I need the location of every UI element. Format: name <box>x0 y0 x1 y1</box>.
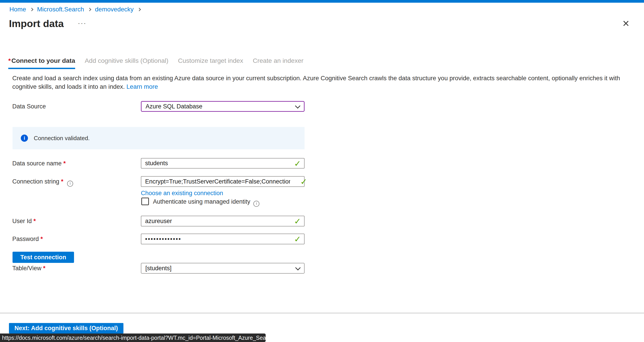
tab-label: Create an indexer <box>253 57 304 64</box>
data-source-label: Data Source <box>12 101 46 112</box>
breadcrumb: Home Microsoft.Search demovedecky <box>10 6 145 13</box>
tab-label: Connect to your data <box>12 57 75 64</box>
connection-string-field: ✓ <box>141 176 304 187</box>
connection-string-input[interactable] <box>141 176 304 187</box>
label-text: Password <box>12 236 39 242</box>
choose-existing-connection-link[interactable]: Choose an existing connection <box>141 190 223 197</box>
required-asterisk: * <box>43 265 46 272</box>
label-text: Authenticate using managed identity <box>153 198 250 205</box>
password-field: ✓ <box>141 234 304 244</box>
data-source-selected-value: Azure SQL Database <box>146 103 202 110</box>
connection-string-label: Connection string *i <box>12 176 73 187</box>
tab-label: Customize target index <box>178 57 243 64</box>
data-source-name-input[interactable] <box>141 158 304 168</box>
wizard-tabs: *Connect to your data Add cognitive skil… <box>8 57 313 69</box>
required-asterisk: * <box>8 57 11 64</box>
chevron-right-icon <box>30 8 33 11</box>
link-url-tooltip: https://docs.microsoft.com/azure/search/… <box>0 334 266 342</box>
table-view-label: Table/View * <box>12 263 46 274</box>
tab-customize-target-index[interactable]: Customize target index <box>178 57 243 69</box>
page-title: Import data <box>9 18 64 30</box>
label-text: Connection string <box>12 178 59 185</box>
label-text: Data source name <box>12 160 62 167</box>
tab-create-an-indexer[interactable]: Create an indexer <box>253 57 304 69</box>
label-text: User Id <box>12 218 32 224</box>
table-view-dropdown[interactable]: [students] <box>141 263 304 274</box>
label-text: Table/View <box>12 265 41 272</box>
tab-connect-to-your-data[interactable]: *Connect to your data <box>8 57 75 69</box>
required-asterisk: * <box>63 160 66 167</box>
table-view-selected-value: [students] <box>145 265 172 272</box>
chevron-right-icon <box>88 8 92 11</box>
breadcrumb-link-demovedecky[interactable]: demovedecky <box>95 6 134 13</box>
data-source-name-label: Data source name * <box>12 158 66 169</box>
user-id-input[interactable] <box>141 216 304 226</box>
more-options-icon[interactable]: ··· <box>78 19 86 27</box>
password-label: Password * <box>12 234 44 244</box>
close-icon[interactable]: × <box>622 18 629 29</box>
password-input[interactable] <box>141 234 304 244</box>
chevron-right-icon <box>137 8 141 11</box>
tab-label: Add cognitive skills (Optional) <box>85 57 168 64</box>
test-connection-button[interactable]: Test connection <box>12 252 74 263</box>
chevron-down-icon <box>295 265 300 270</box>
valid-check-icon: ✓ <box>294 234 301 244</box>
info-outline-icon[interactable]: i <box>253 201 260 207</box>
connection-validated-banner: i Connection validated. <box>12 127 304 149</box>
user-id-label: User Id * <box>12 216 36 226</box>
required-asterisk: * <box>34 218 36 224</box>
status-url-text: https://docs.microsoft.com/azure/search/… <box>2 334 266 341</box>
tab-add-cognitive-skills[interactable]: Add cognitive skills (Optional) <box>85 57 168 69</box>
banner-message: Connection validated. <box>34 135 90 142</box>
info-outline-icon[interactable]: i <box>67 180 73 187</box>
footer-divider <box>0 313 644 314</box>
managed-identity-label: Authenticate using managed identityi <box>153 198 260 207</box>
learn-more-link[interactable]: Learn more <box>126 83 158 90</box>
azure-top-accent-bar <box>0 0 644 3</box>
next-add-cognitive-skills-button[interactable]: Next: Add cognitive skills (Optional) <box>9 323 124 334</box>
breadcrumb-link-microsoft-search[interactable]: Microsoft.Search <box>37 6 84 13</box>
managed-identity-checkbox[interactable] <box>141 198 149 205</box>
info-icon: i <box>21 134 28 142</box>
valid-check-icon: ✓ <box>294 216 301 226</box>
required-asterisk: * <box>61 178 64 185</box>
data-source-name-field: ✓ <box>141 158 304 168</box>
required-asterisk: * <box>40 236 43 242</box>
user-id-field: ✓ <box>141 216 304 226</box>
valid-check-icon: ✓ <box>300 177 307 187</box>
breadcrumb-link-home[interactable]: Home <box>10 6 26 13</box>
page-description: Create and load a search index using dat… <box>12 74 636 91</box>
chevron-down-icon <box>295 103 300 108</box>
valid-check-icon: ✓ <box>294 159 301 168</box>
description-text: Create and load a search index using dat… <box>12 75 620 90</box>
data-source-dropdown[interactable]: Azure SQL Database <box>141 101 304 112</box>
